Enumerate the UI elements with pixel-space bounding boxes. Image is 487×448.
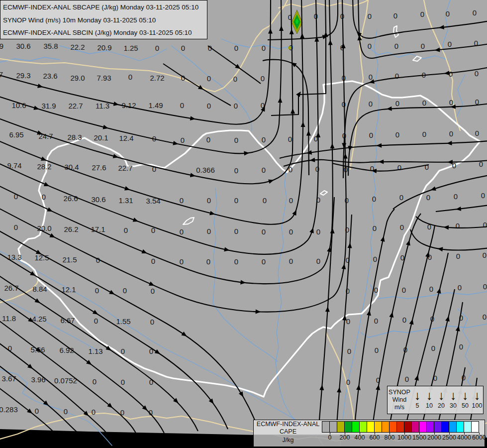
station-value: 0: [151, 257, 155, 265]
station-value: 30.6: [16, 42, 30, 50]
station-value: 0: [368, 12, 372, 20]
colorbar-tick-label: 800: [385, 434, 395, 441]
station-value: 0: [400, 223, 404, 231]
station-value: 0: [456, 222, 460, 230]
colorbar-tick-label: 2000: [427, 434, 441, 441]
station-value: 0: [121, 378, 125, 386]
cape-swatch: [434, 421, 442, 433]
station-value: 0: [483, 313, 487, 321]
station-value: 0: [150, 318, 154, 326]
station-value: 0: [426, 193, 430, 202]
station-value: 0: [207, 102, 211, 110]
station-value: 0: [421, 42, 425, 50]
cape-swatch: [419, 421, 427, 433]
station-value: 0: [431, 344, 435, 352]
station-value: 0: [449, 98, 453, 107]
wind-arrow-icon: ↓: [474, 389, 481, 402]
station-value: 0: [446, 9, 450, 18]
wind-speed-item: ↓100: [471, 391, 483, 409]
station-value: 0: [206, 257, 210, 266]
station-value: 0: [448, 40, 452, 48]
station-value: 0: [289, 257, 293, 265]
cape-swatch: [411, 421, 419, 433]
cape-swatch: [464, 421, 472, 433]
station-value: 0: [234, 136, 238, 144]
station-value: 0: [180, 101, 184, 110]
station-value: 0: [234, 102, 238, 110]
station-value: 0: [316, 227, 320, 236]
wind-speed-item: ↓50: [459, 391, 471, 409]
station-value: 1.55: [116, 317, 130, 326]
station-value: 0: [128, 73, 132, 81]
wind-speed-value: 100: [472, 402, 483, 409]
station-value: 0: [458, 283, 462, 292]
cape-legend-title: ECMWF-INDEX-ANAL CAPE: [255, 421, 321, 435]
station-value: 0: [181, 44, 185, 52]
station-value: 0: [369, 100, 373, 108]
colorbar-tick-label: 4000: [457, 434, 471, 441]
station-value: 21.5: [62, 255, 77, 264]
wind-legend: SYNOP Wind m/s ↓5↓10↓20↓30↓50↓100: [387, 386, 484, 414]
weather-map-screen: 00000000930.635.822.220.91.2500000000000…: [0, 0, 487, 448]
station-value: 20.0: [37, 224, 51, 232]
station-value: 23.6: [43, 72, 57, 80]
cape-swatch: [374, 421, 382, 433]
station-value: 0: [374, 286, 378, 294]
station-value: 0: [368, 42, 372, 50]
station-value: 12.4: [119, 134, 133, 142]
map-title-box: ECMWF-INDEX-ANAL SBCAPE (J/kg) Monday 03…: [0, 0, 207, 39]
wind-speed-item: ↓5: [411, 391, 423, 409]
station-value: 0: [262, 257, 266, 266]
cape-swatch: [352, 421, 360, 433]
station-value: 22.2: [70, 43, 85, 51]
wind-speed-item: ↓30: [447, 391, 459, 409]
station-value: 7: [0, 70, 3, 79]
station-value: 0: [422, 130, 426, 138]
station-value: 0: [181, 136, 185, 144]
station-value: 4.25: [32, 315, 46, 323]
station-value: 0: [456, 252, 460, 260]
station-value: 0: [399, 193, 403, 202]
station-value: 0: [35, 407, 39, 415]
station-value: 0: [288, 135, 292, 143]
station-value: 0: [315, 165, 319, 173]
station-value: 1.31: [118, 196, 133, 205]
station-value: 0: [422, 99, 426, 107]
station-value: 1.49: [148, 101, 163, 110]
title-line-sbcape: ECMWF-INDEX-ANAL SBCAPE (J/kg) Monday 03…: [3, 1, 207, 14]
station-value: 0: [234, 196, 238, 205]
wind-legend-title: SYNOP Wind m/s: [388, 389, 411, 411]
cape-swatch: [396, 421, 404, 433]
station-value: 0: [95, 286, 99, 295]
station-value: 0: [151, 287, 155, 295]
wind-speed-value: 20: [438, 402, 445, 409]
station-value: 0: [262, 166, 266, 174]
station-value: 0: [395, 99, 399, 108]
station-value: 0: [475, 129, 479, 137]
station-value: 0: [316, 257, 320, 265]
station-value: 1.25: [123, 44, 138, 52]
station-value: 6.95: [9, 130, 23, 139]
station-value: 0: [369, 131, 373, 139]
cape-swatch: [329, 421, 337, 433]
station-value: 9: [0, 42, 3, 50]
station-value: 0: [420, 10, 424, 18]
station-value: 0: [454, 192, 458, 201]
station-value: 0: [346, 378, 350, 386]
station-value: 0: [289, 196, 293, 205]
station-value: 0: [64, 407, 68, 416]
station-value: 20.9: [97, 43, 111, 52]
wind-speed-item: ↓10: [423, 391, 435, 409]
station-value: 8.84: [32, 285, 47, 293]
station-value: 0: [92, 408, 96, 416]
station-value: 7.93: [97, 74, 111, 82]
station-value: 12.1: [61, 285, 76, 294]
station-value: 0: [395, 130, 399, 139]
station-value: 28.3: [67, 133, 82, 141]
cape-swatch: [426, 421, 434, 433]
station-value: 0: [93, 377, 97, 386]
station-value: 0: [234, 257, 238, 266]
colorbar-tick-label: 2500: [442, 434, 456, 441]
cape-swatch: [344, 421, 352, 433]
wind-arrow-icon: ↓: [414, 389, 421, 402]
